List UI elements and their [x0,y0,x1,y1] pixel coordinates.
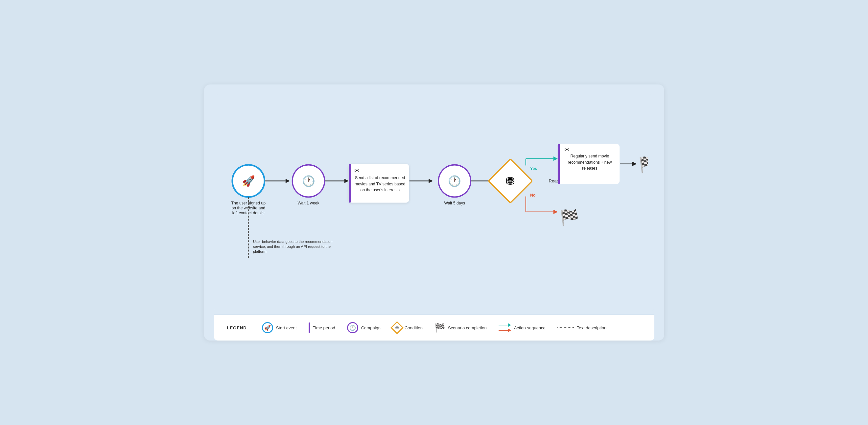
campaign2-card-border [557,144,560,184]
legend-dashed-line [557,327,574,328]
no-arrow-head [553,210,557,214]
legend-time-label: Time period [313,325,335,330]
annotation-text-1: User behavior data goes to the recommend… [253,240,332,244]
legend-item-campaign: 🕐 Campaign [347,322,380,333]
wait2-label: Wait 5 days [444,201,465,206]
legend-item-text: Text description [557,325,607,330]
legend-red-line [499,330,508,331]
legend-item-condition: ⛃ Condition [393,323,423,332]
campaign1-envelope-icon: ✉ [354,167,359,174]
legend-red-head [508,328,511,332]
wait2-clock-icon: 🕐 [448,175,461,187]
wait1-clock-icon: 🕐 [302,175,315,187]
annotation-text-3: platform [253,249,266,253]
legend-red-arrow [499,328,511,332]
legend-condition-icon: ⛃ [395,325,399,330]
legend-teal-arrow [499,323,511,327]
legend-title: LEGEND [227,325,247,330]
campaign1-text: Send a list of recommended movies and TV… [352,175,408,193]
legend-teal-head [508,323,511,327]
legend-time-bar [309,323,310,333]
annotation-text-2: service, and then through an API request… [253,245,330,248]
legend-condition-diamond: ⛃ [391,321,404,334]
diagram-svg-container: 🚀 The user signed up on the website and … [220,108,648,292]
legend-item-action: Action sequence [499,323,546,332]
legend-action-label: Action sequence [514,325,546,330]
arrow-campaign-wait2-head [429,179,433,183]
start-rocket-icon: 🚀 [242,175,255,187]
wait1-label: Wait 1 week [298,201,319,206]
yes-label: Yes [530,166,537,171]
arrow-campaign2-end-head [632,162,636,166]
condition-filter-icon: ⛃ [506,175,515,187]
arrow-wait1-campaign-head [344,179,348,183]
legend-item-start: 🚀 Start event [262,322,297,333]
campaign1-card-border [349,164,351,203]
legend-action-arrows [499,323,511,332]
legend-campaign-label: Campaign [361,325,380,330]
diagram-area: 🚀 The user signed up on the website and … [214,94,654,311]
arrow-start-wait1-head [285,179,289,183]
campaign2-text: Regularly send movie recommendations + n… [561,153,618,171]
legend-item-time: Time period [309,323,335,333]
legend-bar: LEGEND 🚀 Start event Time period 🕐 Campa… [214,314,654,340]
legend-condition-label: Condition [405,325,423,330]
legend-item-scenario: 🏁 Scenario completion [434,323,487,333]
legend-scenario-label: Scenario completion [448,325,487,330]
end-flag2-icon: 🏁 [559,208,579,227]
campaign2-envelope-icon: ✉ [564,146,569,153]
legend-arrows-stack [499,323,511,332]
legend-teal-line [499,325,508,326]
flow-diagram-svg: 🚀 The user signed up on the website and … [220,108,648,292]
yes-arrow-head [553,156,557,161]
legend-text-label: Text description [577,325,607,330]
legend-flag-icon: 🏁 [434,323,445,333]
legend-start-label: Start event [276,325,297,330]
end-flag1-icon: 🏁 [638,156,648,174]
legend-campaign-circle: 🕐 [347,322,358,333]
outer-container: 🚀 The user signed up on the website and … [204,85,664,340]
no-label: No [530,193,535,198]
legend-start-circle: 🚀 [262,322,273,333]
